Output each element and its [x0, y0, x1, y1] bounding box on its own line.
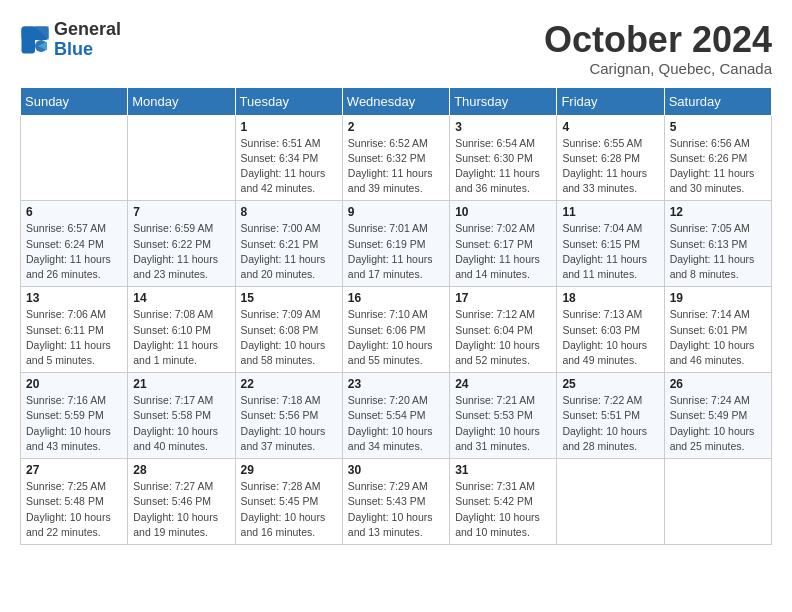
day-info: Sunrise: 7:14 AM Sunset: 6:01 PM Dayligh…	[670, 307, 766, 368]
day-number: 9	[348, 205, 444, 219]
calendar-cell: 11Sunrise: 7:04 AM Sunset: 6:15 PM Dayli…	[557, 201, 664, 287]
calendar-cell: 22Sunrise: 7:18 AM Sunset: 5:56 PM Dayli…	[235, 373, 342, 459]
day-info: Sunrise: 7:06 AM Sunset: 6:11 PM Dayligh…	[26, 307, 122, 368]
day-number: 19	[670, 291, 766, 305]
calendar-cell: 25Sunrise: 7:22 AM Sunset: 5:51 PM Dayli…	[557, 373, 664, 459]
calendar-cell: 15Sunrise: 7:09 AM Sunset: 6:08 PM Dayli…	[235, 287, 342, 373]
day-info: Sunrise: 7:09 AM Sunset: 6:08 PM Dayligh…	[241, 307, 337, 368]
day-number: 15	[241, 291, 337, 305]
day-number: 8	[241, 205, 337, 219]
calendar-week-row: 27Sunrise: 7:25 AM Sunset: 5:48 PM Dayli…	[21, 459, 772, 545]
day-of-week-header: Wednesday	[342, 87, 449, 115]
day-info: Sunrise: 7:12 AM Sunset: 6:04 PM Dayligh…	[455, 307, 551, 368]
calendar-cell: 26Sunrise: 7:24 AM Sunset: 5:49 PM Dayli…	[664, 373, 771, 459]
day-number: 31	[455, 463, 551, 477]
day-info: Sunrise: 7:00 AM Sunset: 6:21 PM Dayligh…	[241, 221, 337, 282]
day-number: 23	[348, 377, 444, 391]
day-info: Sunrise: 6:56 AM Sunset: 6:26 PM Dayligh…	[670, 136, 766, 197]
day-info: Sunrise: 7:02 AM Sunset: 6:17 PM Dayligh…	[455, 221, 551, 282]
day-of-week-header: Tuesday	[235, 87, 342, 115]
calendar-cell: 4Sunrise: 6:55 AM Sunset: 6:28 PM Daylig…	[557, 115, 664, 201]
day-info: Sunrise: 7:18 AM Sunset: 5:56 PM Dayligh…	[241, 393, 337, 454]
day-info: Sunrise: 7:22 AM Sunset: 5:51 PM Dayligh…	[562, 393, 658, 454]
day-info: Sunrise: 7:31 AM Sunset: 5:42 PM Dayligh…	[455, 479, 551, 540]
calendar-cell: 29Sunrise: 7:28 AM Sunset: 5:45 PM Dayli…	[235, 459, 342, 545]
calendar-cell: 7Sunrise: 6:59 AM Sunset: 6:22 PM Daylig…	[128, 201, 235, 287]
calendar-cell: 18Sunrise: 7:13 AM Sunset: 6:03 PM Dayli…	[557, 287, 664, 373]
day-number: 14	[133, 291, 229, 305]
day-of-week-header: Thursday	[450, 87, 557, 115]
logo-text: General Blue	[54, 20, 121, 60]
day-info: Sunrise: 7:16 AM Sunset: 5:59 PM Dayligh…	[26, 393, 122, 454]
calendar-cell: 1Sunrise: 6:51 AM Sunset: 6:34 PM Daylig…	[235, 115, 342, 201]
calendar-cell: 2Sunrise: 6:52 AM Sunset: 6:32 PM Daylig…	[342, 115, 449, 201]
logo-icon	[20, 25, 50, 55]
calendar-cell: 13Sunrise: 7:06 AM Sunset: 6:11 PM Dayli…	[21, 287, 128, 373]
calendar-cell: 12Sunrise: 7:05 AM Sunset: 6:13 PM Dayli…	[664, 201, 771, 287]
day-info: Sunrise: 7:27 AM Sunset: 5:46 PM Dayligh…	[133, 479, 229, 540]
day-info: Sunrise: 6:52 AM Sunset: 6:32 PM Dayligh…	[348, 136, 444, 197]
title-block: October 2024 Carignan, Quebec, Canada	[544, 20, 772, 77]
day-number: 2	[348, 120, 444, 134]
day-number: 22	[241, 377, 337, 391]
day-info: Sunrise: 6:51 AM Sunset: 6:34 PM Dayligh…	[241, 136, 337, 197]
day-number: 30	[348, 463, 444, 477]
day-number: 28	[133, 463, 229, 477]
day-number: 21	[133, 377, 229, 391]
day-number: 25	[562, 377, 658, 391]
calendar-cell: 31Sunrise: 7:31 AM Sunset: 5:42 PM Dayli…	[450, 459, 557, 545]
day-info: Sunrise: 7:10 AM Sunset: 6:06 PM Dayligh…	[348, 307, 444, 368]
calendar-cell: 3Sunrise: 6:54 AM Sunset: 6:30 PM Daylig…	[450, 115, 557, 201]
day-of-week-header: Friday	[557, 87, 664, 115]
calendar-cell: 28Sunrise: 7:27 AM Sunset: 5:46 PM Dayli…	[128, 459, 235, 545]
day-info: Sunrise: 7:01 AM Sunset: 6:19 PM Dayligh…	[348, 221, 444, 282]
day-number: 16	[348, 291, 444, 305]
day-info: Sunrise: 7:25 AM Sunset: 5:48 PM Dayligh…	[26, 479, 122, 540]
day-number: 13	[26, 291, 122, 305]
calendar-cell: 16Sunrise: 7:10 AM Sunset: 6:06 PM Dayli…	[342, 287, 449, 373]
day-number: 26	[670, 377, 766, 391]
calendar-cell: 10Sunrise: 7:02 AM Sunset: 6:17 PM Dayli…	[450, 201, 557, 287]
calendar-cell: 6Sunrise: 6:57 AM Sunset: 6:24 PM Daylig…	[21, 201, 128, 287]
calendar-cell: 27Sunrise: 7:25 AM Sunset: 5:48 PM Dayli…	[21, 459, 128, 545]
day-number: 20	[26, 377, 122, 391]
day-number: 10	[455, 205, 551, 219]
calendar-cell: 21Sunrise: 7:17 AM Sunset: 5:58 PM Dayli…	[128, 373, 235, 459]
day-info: Sunrise: 6:54 AM Sunset: 6:30 PM Dayligh…	[455, 136, 551, 197]
calendar-cell: 14Sunrise: 7:08 AM Sunset: 6:10 PM Dayli…	[128, 287, 235, 373]
day-info: Sunrise: 6:59 AM Sunset: 6:22 PM Dayligh…	[133, 221, 229, 282]
calendar-header-row: SundayMondayTuesdayWednesdayThursdayFrid…	[21, 87, 772, 115]
day-number: 12	[670, 205, 766, 219]
day-number: 3	[455, 120, 551, 134]
day-number: 5	[670, 120, 766, 134]
day-number: 6	[26, 205, 122, 219]
calendar-cell: 19Sunrise: 7:14 AM Sunset: 6:01 PM Dayli…	[664, 287, 771, 373]
logo: General Blue	[20, 20, 121, 60]
day-info: Sunrise: 7:08 AM Sunset: 6:10 PM Dayligh…	[133, 307, 229, 368]
calendar-cell: 30Sunrise: 7:29 AM Sunset: 5:43 PM Dayli…	[342, 459, 449, 545]
calendar-cell	[557, 459, 664, 545]
calendar-week-row: 20Sunrise: 7:16 AM Sunset: 5:59 PM Dayli…	[21, 373, 772, 459]
day-number: 7	[133, 205, 229, 219]
calendar: SundayMondayTuesdayWednesdayThursdayFrid…	[20, 87, 772, 545]
day-number: 11	[562, 205, 658, 219]
calendar-cell: 9Sunrise: 7:01 AM Sunset: 6:19 PM Daylig…	[342, 201, 449, 287]
calendar-week-row: 13Sunrise: 7:06 AM Sunset: 6:11 PM Dayli…	[21, 287, 772, 373]
day-info: Sunrise: 7:28 AM Sunset: 5:45 PM Dayligh…	[241, 479, 337, 540]
day-number: 27	[26, 463, 122, 477]
calendar-week-row: 6Sunrise: 6:57 AM Sunset: 6:24 PM Daylig…	[21, 201, 772, 287]
day-info: Sunrise: 7:20 AM Sunset: 5:54 PM Dayligh…	[348, 393, 444, 454]
day-info: Sunrise: 7:17 AM Sunset: 5:58 PM Dayligh…	[133, 393, 229, 454]
day-info: Sunrise: 7:13 AM Sunset: 6:03 PM Dayligh…	[562, 307, 658, 368]
calendar-cell	[21, 115, 128, 201]
calendar-cell: 20Sunrise: 7:16 AM Sunset: 5:59 PM Dayli…	[21, 373, 128, 459]
calendar-cell: 8Sunrise: 7:00 AM Sunset: 6:21 PM Daylig…	[235, 201, 342, 287]
calendar-cell	[128, 115, 235, 201]
day-of-week-header: Saturday	[664, 87, 771, 115]
day-of-week-header: Sunday	[21, 87, 128, 115]
day-info: Sunrise: 7:24 AM Sunset: 5:49 PM Dayligh…	[670, 393, 766, 454]
day-number: 18	[562, 291, 658, 305]
calendar-cell: 23Sunrise: 7:20 AM Sunset: 5:54 PM Dayli…	[342, 373, 449, 459]
day-number: 4	[562, 120, 658, 134]
calendar-cell: 24Sunrise: 7:21 AM Sunset: 5:53 PM Dayli…	[450, 373, 557, 459]
